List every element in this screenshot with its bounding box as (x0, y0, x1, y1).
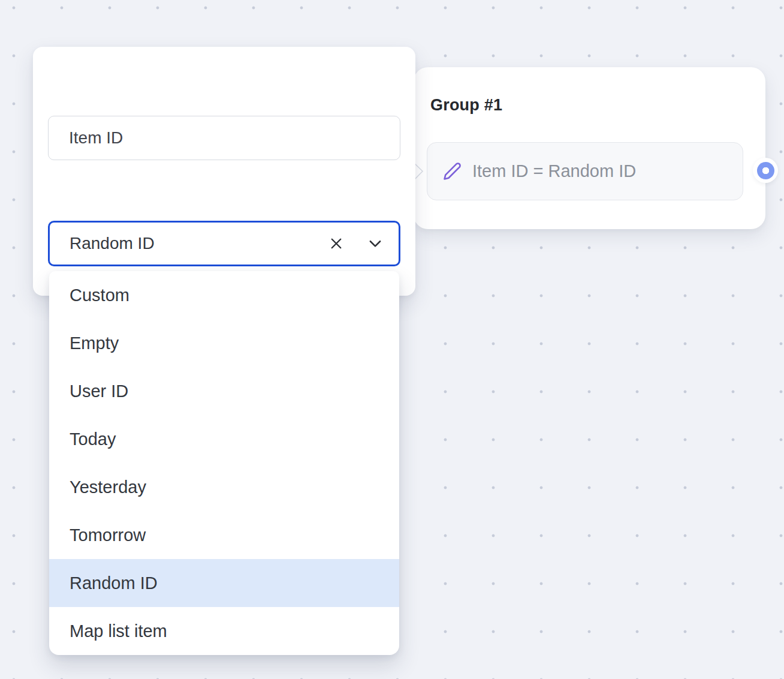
value-select-text: Random ID (70, 234, 155, 253)
dropdown-option-user-id[interactable]: User ID (49, 367, 399, 415)
variable-popup: Search or create variable: Value: Random… (33, 47, 415, 296)
value-select[interactable]: Random ID (48, 221, 400, 266)
connector-ring (757, 162, 774, 179)
clear-icon[interactable] (327, 234, 346, 253)
dropdown-option-yesterday[interactable]: Yesterday (49, 463, 399, 511)
dropdown-option-today[interactable]: Today (49, 415, 399, 463)
chevron-down-icon[interactable] (366, 234, 385, 253)
dropdown-option-random-id[interactable]: Random ID (49, 559, 399, 607)
group-title: Group #1 (430, 96, 502, 115)
connector-dot[interactable] (753, 158, 778, 183)
condition-text: Item ID = Random ID (472, 161, 636, 181)
value-dropdown: CustomEmptyUser IDTodayYesterdayTomorrow… (49, 271, 399, 655)
variable-name-input[interactable] (48, 116, 400, 160)
group-card: Group #1 Item ID = Random ID (414, 67, 765, 229)
flow-canvas[interactable]: Group #1 Item ID = Random ID Search or c… (0, 0, 784, 679)
condition-row[interactable]: Item ID = Random ID (427, 142, 743, 200)
dropdown-option-empty[interactable]: Empty (49, 319, 399, 367)
pencil-icon (443, 162, 462, 181)
dropdown-option-custom[interactable]: Custom (49, 271, 399, 319)
dropdown-option-tomorrow[interactable]: Tomorrow (49, 511, 399, 559)
dropdown-option-map-list-item[interactable]: Map list item (49, 607, 399, 655)
